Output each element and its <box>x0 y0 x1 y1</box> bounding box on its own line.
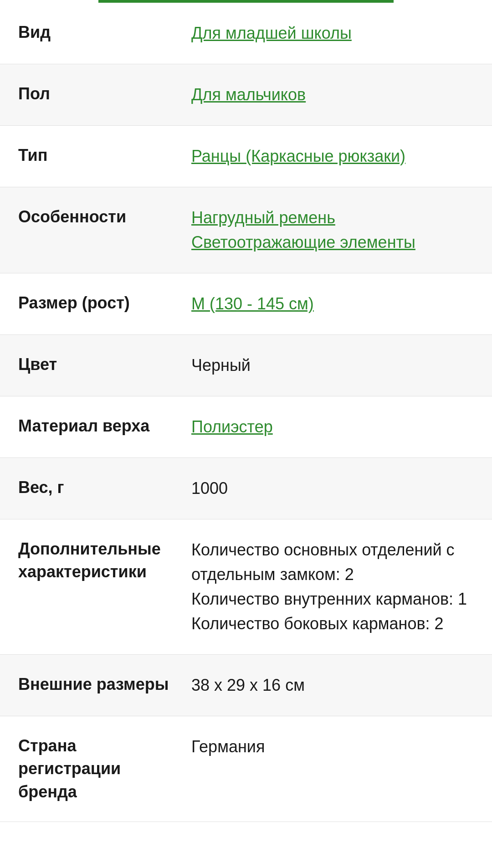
spec-row: ОсобенностиНагрудный ременьСветоотражающ… <box>0 187 492 273</box>
spec-row: Страна регистрации брендаГермания <box>0 716 492 822</box>
spec-value[interactable]: Нагрудный ременьСветоотражающие элементы <box>191 205 474 255</box>
spec-value[interactable]: М (130 - 145 см) <box>191 292 474 316</box>
spec-label: Страна регистрации бренда <box>18 734 191 803</box>
spec-link[interactable]: Для младшей школы <box>191 21 474 46</box>
spec-value[interactable]: Для младшей школы <box>191 21 474 46</box>
spec-label: Вес, г <box>18 476 191 499</box>
spec-row: ЦветЧерный <box>0 335 492 396</box>
spec-label: Вид <box>18 21 191 44</box>
spec-label: Материал верха <box>18 415 191 437</box>
spec-row: Вес, г1000 <box>0 458 492 519</box>
spec-text: Количество боковых карманов: 2 <box>191 611 474 636</box>
spec-label: Пол <box>18 82 191 105</box>
spec-row: Дополнительные характеристикиКоличество … <box>0 519 492 655</box>
spec-link[interactable]: М (130 - 145 см) <box>191 292 474 316</box>
spec-value[interactable]: Полиэстер <box>191 415 474 439</box>
spec-value: Черный <box>191 353 474 378</box>
spec-label: Внешние размеры <box>18 673 191 696</box>
spec-row: ТипРанцы (Каркасные рюкзаки) <box>0 126 492 187</box>
spec-label: Тип <box>18 144 191 167</box>
spec-value: 38 х 29 х 16 см <box>191 673 474 698</box>
spec-value: Количество основных отделений с отдельны… <box>191 538 474 636</box>
spec-value: 1000 <box>191 476 474 501</box>
spec-text: Количество основных отделений с отдельны… <box>191 538 474 587</box>
spec-text: Количество внутренних карманов: 1 <box>191 587 474 611</box>
spec-value[interactable]: Для мальчиков <box>191 82 474 107</box>
spec-row: ВидДля младшей школы <box>0 3 492 64</box>
spec-link[interactable]: Для мальчиков <box>191 82 474 107</box>
spec-label: Дополнительные характеристики <box>18 538 191 584</box>
spec-label: Особенности <box>18 205 191 228</box>
spec-link[interactable]: Полиэстер <box>191 415 474 439</box>
spec-label: Размер (рост) <box>18 292 191 314</box>
spec-link[interactable]: Нагрудный ремень <box>191 205 474 230</box>
spec-value: Германия <box>191 734 474 759</box>
spec-value[interactable]: Ранцы (Каркасные рюкзаки) <box>191 144 474 169</box>
spec-link[interactable]: Светоотражающие элементы <box>191 230 474 255</box>
spec-row: Внешние размеры38 х 29 х 16 см <box>0 655 492 716</box>
specs-table: ВидДля младшей школыПолДля мальчиковТипР… <box>0 3 492 822</box>
spec-row: ПолДля мальчиков <box>0 64 492 126</box>
spec-label: Цвет <box>18 353 191 376</box>
spec-row: Размер (рост)М (130 - 145 см) <box>0 273 492 335</box>
spec-link[interactable]: Ранцы (Каркасные рюкзаки) <box>191 144 474 169</box>
spec-row: Материал верхаПолиэстер <box>0 396 492 458</box>
